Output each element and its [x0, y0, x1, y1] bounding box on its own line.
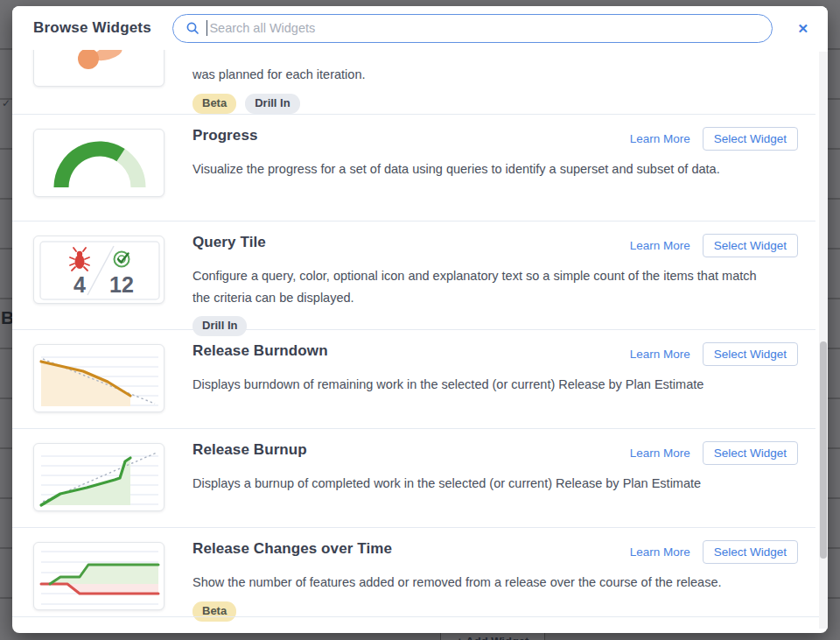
learn-more-link[interactable]: Learn More: [630, 348, 690, 361]
modal-title: Browse Widgets: [33, 19, 151, 37]
widget-title: Progress: [192, 127, 258, 144]
widget-description: Visualize the progress for a set of data…: [192, 158, 774, 180]
learn-more-link[interactable]: Learn More: [630, 239, 690, 252]
list-item: 4 12 Query Tile Learn More Select Widget…: [12, 222, 816, 330]
beta-badge: Beta: [192, 601, 236, 622]
progress-thumbnail: [33, 129, 164, 197]
select-widget-button[interactable]: Select Widget: [703, 127, 798, 151]
learn-more-link[interactable]: Learn More: [630, 132, 690, 145]
browse-widgets-modal: Browse Widgets ✕ was: [12, 6, 828, 633]
search-icon: [186, 21, 200, 35]
widget-title: Release Changes over Time: [192, 540, 392, 558]
query-tile-accepted-count: 12: [109, 272, 134, 297]
list-item: Release Burnup Learn More Select Widget …: [12, 429, 816, 528]
widget-title: Query Tile: [192, 234, 266, 251]
scrollbar-track[interactable]: [819, 52, 828, 629]
release-burnup-thumbnail: [33, 443, 164, 511]
release-burndown-thumbnail: [33, 344, 164, 412]
select-widget-button[interactable]: Select Widget: [703, 342, 798, 366]
widget-description: was planned for each iteration.: [192, 64, 774, 86]
add-widget-button[interactable]: + Add Widget: [440, 632, 545, 640]
drill-in-badge: Drill In: [245, 94, 299, 114]
widget-title: Release Burnup: [192, 441, 307, 459]
list-item: Progress Learn More Select Widget Visual…: [12, 115, 816, 222]
widget-description: Displays burndown of remaining work in t…: [192, 374, 774, 396]
learn-more-link[interactable]: Learn More: [630, 447, 690, 460]
select-widget-button[interactable]: Select Widget: [703, 540, 798, 564]
list-item: Release Changes over Time Learn More Sel…: [12, 528, 816, 622]
select-widget-button[interactable]: Select Widget: [703, 441, 798, 465]
widget-title: Release Burndown: [192, 342, 328, 360]
modal-header: Browse Widgets ✕: [12, 6, 828, 50]
search-input[interactable]: [209, 21, 760, 35]
scrollbar-thumb[interactable]: [820, 341, 827, 559]
background-checkmark: ✓: [2, 97, 10, 109]
list-item: Release Burndown Learn More Select Widge…: [12, 330, 816, 429]
beta-badge: Beta: [192, 94, 236, 114]
widget-description: Displays a burnup of completed work in t…: [192, 473, 774, 495]
select-widget-button[interactable]: Select Widget: [703, 234, 798, 257]
text-caret: [206, 20, 208, 36]
query-tile-defect-count: 4: [74, 272, 86, 297]
widget-list: was planned for each iteration. Beta Dri…: [12, 8, 816, 622]
learn-more-link[interactable]: Learn More: [630, 545, 690, 559]
widget-description: Configure a query, color, optional icon …: [192, 265, 774, 308]
search-box[interactable]: [172, 14, 774, 43]
query-tile-thumbnail: 4 12: [33, 236, 164, 304]
close-icon[interactable]: ✕: [790, 18, 816, 39]
widget-description: Show the number of features added or rem…: [192, 572, 774, 594]
release-changes-thumbnail: [33, 542, 164, 610]
